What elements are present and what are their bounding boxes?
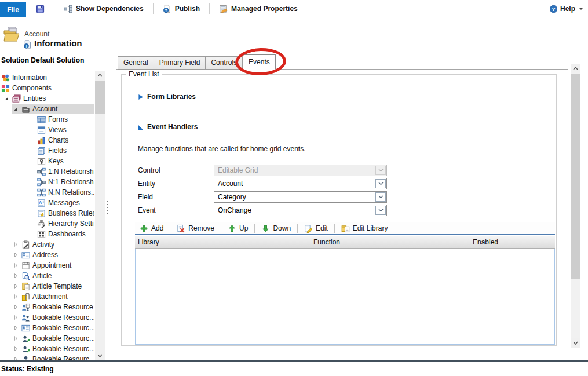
up-button[interactable]: Up (223, 222, 253, 234)
entities-icon (12, 94, 21, 103)
collapse-arrow-icon[interactable] (12, 106, 19, 112)
main-scrollbar[interactable] (571, 64, 580, 348)
tree-item-information[interactable]: Information (0, 72, 94, 83)
expand-arrow-icon[interactable] (12, 304, 19, 310)
tree-item-forms[interactable]: Forms (0, 114, 94, 125)
expand-arrow-icon[interactable] (12, 262, 19, 268)
tree-item-keys[interactable]: Keys (0, 156, 94, 166)
tree-item-appointment[interactable]: Appointment (0, 260, 94, 271)
down-button[interactable]: Down (257, 222, 295, 234)
chevron-down-icon[interactable] (375, 206, 386, 215)
chevron-down-icon[interactable] (375, 179, 386, 188)
tree-item-bookable-resourc[interactable]: Bookable Resourc... (0, 323, 94, 333)
help-label: Help (560, 5, 575, 13)
add-button[interactable]: Add (135, 222, 168, 234)
tree-item-article-template[interactable]: Article Template (0, 281, 94, 291)
tree-item-account[interactable]: Account (0, 104, 94, 114)
section-form-libraries[interactable]: Form Libraries (147, 93, 196, 101)
tree-item-bookable-resource[interactable]: Bookable Resource (0, 302, 94, 312)
tab-primary-field[interactable]: Primary Field (154, 56, 206, 70)
tree-item-1-n-relationsh[interactable]: 1:N Relationsh... (0, 166, 94, 177)
tab-controls[interactable]: Controls (206, 56, 243, 70)
scroll-down-icon[interactable] (95, 351, 105, 360)
tree-item-activity[interactable]: Activity (0, 239, 94, 250)
tree-item-address[interactable]: Address (0, 250, 94, 260)
expand-arrow-icon[interactable] (12, 315, 19, 320)
scrollbar-thumb[interactable] (95, 81, 105, 114)
scroll-up-icon[interactable] (571, 64, 580, 73)
tree-item-entities[interactable]: Entities (0, 93, 94, 104)
field-select[interactable]: Category (214, 191, 387, 203)
tree-item-label: Fields (48, 147, 67, 155)
event-select[interactable]: OnChange (214, 205, 387, 216)
scroll-down-icon[interactable] (571, 338, 580, 348)
hierarchy-settings-icon (37, 220, 46, 228)
svg-text:?: ? (552, 6, 556, 12)
tree-item-attachment[interactable]: Attachment (0, 291, 94, 302)
expand-arrow-icon[interactable] (12, 273, 19, 279)
handlers-table-body[interactable] (135, 249, 555, 345)
activity-icon (21, 240, 30, 249)
tab-events[interactable]: Events (243, 54, 276, 70)
expand-arrow-icon[interactable] (12, 356, 19, 360)
tab-general[interactable]: General (118, 56, 154, 70)
section-event-handlers[interactable]: Event Handlers (147, 123, 198, 131)
help-icon: ? (549, 5, 558, 13)
tree-item-messages[interactable]: AMessages (0, 198, 94, 208)
tree-item-bookable-resourc[interactable]: Bookable Resourc... (0, 354, 94, 360)
publish-button[interactable]: Publish (159, 3, 203, 14)
collapse-triangle-icon[interactable] (138, 125, 143, 130)
tree-item-bookable-resourc[interactable]: Bookable Resourc... (0, 333, 94, 344)
chevron-down-icon[interactable] (375, 192, 386, 202)
tree-item-label: Information (12, 74, 47, 82)
tree-item-hierarchy-setti[interactable]: Hierarchy Setti... (0, 218, 94, 229)
scrollbar-thumb[interactable] (571, 74, 580, 279)
expand-arrow-icon[interactable] (12, 335, 19, 341)
tree-item-fields[interactable]: Fields (0, 145, 94, 156)
tree-item-components[interactable]: Components (0, 83, 94, 93)
expand-triangle-icon[interactable] (138, 94, 143, 100)
tree-item-article[interactable]: Article (0, 271, 94, 281)
remove-icon (177, 224, 185, 233)
show-dependencies-button[interactable]: Show Dependencies (60, 3, 147, 14)
tree-item-business-rules[interactable]: Business Rules (0, 208, 94, 218)
edit-button[interactable]: Edit (300, 222, 333, 234)
tree-item-bookable-resourc[interactable]: Bookable Resourc... (0, 344, 94, 354)
expand-arrow-icon[interactable] (12, 242, 19, 247)
keys-icon (37, 157, 46, 166)
tree-item-bookable-resourc[interactable]: Bookable Resourc... (0, 312, 94, 323)
expand-arrow-icon[interactable] (12, 294, 19, 300)
status-divider (0, 360, 588, 362)
button-label: Edit Library (353, 224, 388, 232)
splitter-handle[interactable] (107, 199, 109, 216)
tree-item-n-1-relationsh[interactable]: N:1 Relationsh... (0, 177, 94, 187)
tree-item-n-n-relations[interactable]: N:N Relations... (0, 187, 94, 198)
scroll-up-icon[interactable] (95, 71, 105, 80)
button-label: Show Dependencies (76, 5, 144, 13)
tree-item-charts[interactable]: Charts (0, 135, 94, 145)
expand-arrow-icon[interactable] (12, 325, 19, 331)
file-tab[interactable]: File (0, 2, 26, 17)
solution-sidebar: Solution Default Solution InformationCom… (0, 52, 114, 360)
entity-select[interactable]: Account (214, 178, 387, 189)
appointment-icon (21, 261, 30, 270)
expand-arrow-icon[interactable] (12, 252, 19, 258)
edit-library-button[interactable]: Edit Library (337, 222, 393, 234)
selected-value: OnChange (218, 206, 251, 214)
expand-arrow-icon[interactable] (12, 283, 19, 289)
remove-button[interactable]: Remove (172, 222, 219, 234)
sidebar-scrollbar[interactable] (95, 71, 105, 360)
managed-properties-button[interactable]: Managed Properties (216, 3, 301, 14)
tree-item-label: Bookable Resourc... (32, 313, 94, 322)
tree-item-label: Address (32, 251, 58, 259)
help-button[interactable]: ? Help (549, 0, 583, 17)
toolbar-actions: Show DependenciesPublishManaged Properti… (32, 0, 301, 17)
tree-item-label: Business Rules (48, 209, 94, 217)
bookable-resource-dark-icon (21, 355, 30, 361)
tree-item-views[interactable]: Views (0, 125, 94, 135)
event-list-groupbox: Event List Form Libraries Event Handlers… (121, 74, 557, 346)
collapse-arrow-icon[interactable] (2, 96, 10, 101)
tree-item-dashboards[interactable]: Dashboards (0, 229, 94, 239)
expand-arrow-icon[interactable] (12, 346, 19, 352)
save-button[interactable] (32, 3, 48, 14)
